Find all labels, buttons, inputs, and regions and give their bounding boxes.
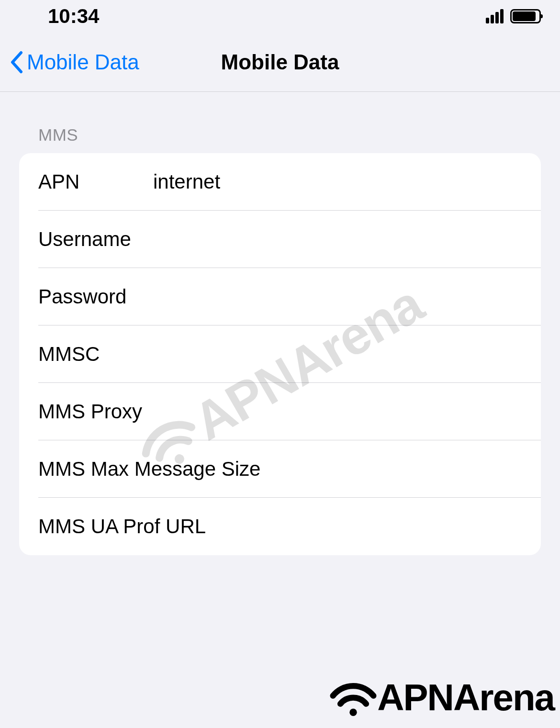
- input-username[interactable]: [153, 228, 541, 251]
- input-mms-ua-prof-url[interactable]: [206, 515, 541, 538]
- row-mms-ua-prof-url[interactable]: MMS UA Prof URL: [19, 498, 541, 555]
- label-mms-ua-prof-url: MMS UA Prof URL: [38, 515, 206, 538]
- page-title: Mobile Data: [221, 50, 339, 74]
- status-bar: 10:34: [0, 0, 560, 33]
- row-mmsc[interactable]: MMSC: [19, 325, 541, 383]
- navigation-bar: Mobile Data Mobile Data: [0, 33, 560, 92]
- label-username: Username: [38, 228, 153, 251]
- label-mms-max-message-size: MMS Max Message Size: [38, 458, 260, 481]
- settings-group-mms: APN Username Password MMSC MMS Proxy MMS…: [19, 153, 541, 555]
- input-mmsc[interactable]: [153, 343, 541, 366]
- chevron-left-icon: [10, 51, 24, 74]
- input-mms-max-message-size[interactable]: [260, 458, 541, 481]
- svg-point-1: [350, 709, 357, 716]
- battery-icon: [510, 9, 541, 23]
- label-apn: APN: [38, 170, 153, 193]
- footer-logo: APNArena: [329, 676, 554, 719]
- label-mms-proxy: MMS Proxy: [38, 400, 142, 423]
- footer-text: APNArena: [377, 676, 554, 719]
- input-apn[interactable]: [153, 170, 541, 193]
- row-mms-max-message-size[interactable]: MMS Max Message Size: [19, 440, 541, 498]
- input-password[interactable]: [153, 285, 541, 308]
- back-label: Mobile Data: [27, 50, 139, 74]
- row-apn[interactable]: APN: [19, 153, 541, 211]
- status-time: 10:34: [48, 5, 99, 28]
- cellular-signal-icon: [486, 9, 504, 23]
- section-header-mms: MMS: [0, 125, 560, 153]
- row-password[interactable]: Password: [19, 268, 541, 325]
- back-button[interactable]: Mobile Data: [10, 50, 139, 74]
- label-mmsc: MMSC: [38, 343, 153, 366]
- content-area: MMS APN Username Password MMSC MMS Proxy…: [0, 92, 560, 555]
- wifi-icon: [329, 677, 377, 718]
- row-mms-proxy[interactable]: MMS Proxy: [19, 383, 541, 440]
- status-indicators: [486, 9, 541, 23]
- row-username[interactable]: Username: [19, 211, 541, 268]
- label-password: Password: [38, 285, 153, 308]
- input-mms-proxy[interactable]: [142, 400, 541, 423]
